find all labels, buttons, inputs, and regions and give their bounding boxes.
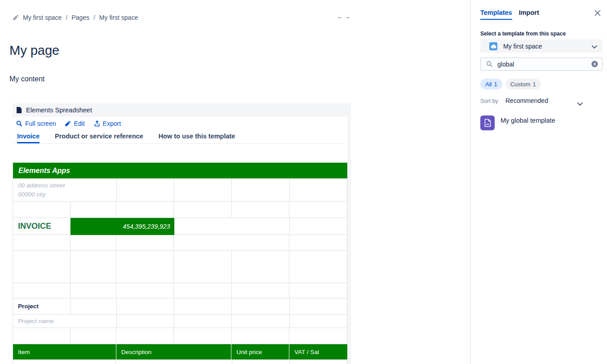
breadcrumb-item-parent[interactable]: My first space — [99, 14, 138, 21]
empty-cell[interactable] — [290, 315, 347, 328]
tab-templates[interactable]: Templates — [480, 9, 512, 20]
template-result-item[interactable]: My global template — [480, 115, 555, 130]
empty-cell[interactable] — [232, 251, 290, 283]
empty-cell[interactable] — [116, 202, 174, 218]
empty-cell[interactable] — [290, 218, 347, 235]
empty-cell[interactable] — [289, 328, 347, 344]
empty-cell[interactable] — [13, 283, 71, 298]
sidebar-tab-bar: Templates Import — [480, 9, 539, 20]
banner-cell[interactable]: Elements Apps — [13, 163, 347, 178]
empty-cell[interactable] — [232, 315, 289, 328]
chevron-down-icon[interactable] — [577, 99, 583, 107]
empty-cell[interactable] — [289, 235, 347, 251]
search-input[interactable] — [497, 61, 591, 68]
empty-cell[interactable] — [232, 298, 289, 315]
select-template-label: Select a template from this space — [480, 31, 566, 37]
sort-dropdown[interactable]: Recommended — [505, 97, 548, 104]
row-project-name: Project name — [13, 315, 347, 328]
tab-import[interactable]: Import — [519, 9, 539, 20]
empty-cell[interactable] — [174, 178, 232, 202]
spreadsheet-grid[interactable]: Elements Apps 00 address street 00000 ci… — [13, 163, 347, 364]
empty-cell[interactable] — [117, 315, 174, 328]
widget-title: Elements Spreadsheet — [26, 107, 92, 114]
empty-cell[interactable] — [232, 178, 289, 202]
filter-chip-custom[interactable]: Custom 1 — [505, 79, 541, 89]
filter-custom-count: 1 — [532, 81, 536, 88]
empty-cell[interactable] — [174, 283, 232, 298]
chevron-down-icon — [592, 42, 597, 50]
edit-button[interactable]: Edit — [65, 120, 84, 127]
empty-cell[interactable] — [13, 251, 71, 283]
empty-cell[interactable] — [71, 202, 116, 218]
header-description-cell[interactable]: Description — [116, 344, 232, 360]
clear-search-icon[interactable] — [591, 61, 598, 67]
full-screen-button[interactable]: Full screen — [16, 120, 56, 127]
empty-cell[interactable] — [174, 218, 289, 235]
close-icon[interactable] — [594, 9, 601, 18]
empty-cell[interactable] — [289, 283, 347, 298]
empty-cell[interactable] — [116, 283, 174, 298]
space-selector-dropdown[interactable]: My first space — [480, 40, 603, 53]
expand-width-button[interactable]: ← → — [337, 13, 350, 21]
empty-cell[interactable] — [116, 328, 174, 344]
empty-cell[interactable] — [13, 328, 71, 344]
filter-chips: All 1 Custom 1 — [480, 79, 541, 89]
empty-cell[interactable] — [174, 298, 232, 315]
empty-cell[interactable] — [290, 298, 347, 315]
space-avatar-icon — [489, 42, 497, 50]
pencil-icon — [13, 14, 19, 21]
breadcrumb-item-pages[interactable]: Pages — [71, 14, 89, 21]
filter-all-label: All — [485, 81, 492, 88]
header-unit-price-cell[interactable]: Unit price — [231, 344, 289, 360]
empty-cell[interactable] — [13, 235, 71, 251]
item-cell[interactable] — [13, 360, 116, 364]
empty-cell[interactable] — [116, 251, 174, 283]
project-label-cell[interactable]: Project — [13, 298, 71, 315]
empty-cell[interactable] — [232, 283, 290, 298]
empty-cell[interactable] — [117, 178, 174, 202]
empty-cell[interactable] — [289, 202, 347, 218]
vat-cell[interactable] — [290, 360, 347, 364]
row-invoice: INVOICE 454,395,239,923 — [13, 218, 347, 235]
empty-cell[interactable] — [174, 202, 232, 218]
empty-cell[interactable] — [117, 298, 174, 315]
row-banner: Elements Apps — [13, 163, 347, 178]
address-line2: 00000 city — [18, 190, 116, 199]
empty-cell[interactable] — [71, 283, 116, 298]
empty-cell[interactable] — [174, 328, 232, 344]
tab-product-reference[interactable]: Product or service reference — [55, 133, 143, 143]
unit-price-cell[interactable] — [232, 360, 290, 364]
empty-cell[interactable] — [290, 178, 347, 202]
empty-cell[interactable] — [289, 251, 347, 283]
empty-cell[interactable] — [71, 298, 117, 315]
empty-cell[interactable] — [71, 235, 116, 251]
page: My first space / Pages / My first space … — [0, 0, 607, 364]
header-item-cell[interactable]: Item — [13, 344, 116, 360]
project-name-cell[interactable]: Project name — [13, 315, 117, 328]
address-cell[interactable]: 00 address street 00000 city — [13, 178, 117, 202]
spreadsheet-widget: Elements Spreadsheet Full screen Edit — [13, 103, 351, 364]
empty-cell[interactable] — [232, 328, 290, 344]
row-empty — [13, 283, 347, 298]
export-button[interactable]: Export — [94, 120, 121, 127]
sort-by-label: Sort by — [480, 98, 498, 104]
empty-cell[interactable] — [71, 251, 116, 283]
breadcrumb-item-space[interactable]: My first space — [23, 14, 62, 21]
filter-chip-all[interactable]: All 1 — [480, 79, 502, 89]
row-project: Project — [13, 298, 347, 315]
empty-cell[interactable] — [174, 251, 232, 283]
empty-cell[interactable] — [116, 235, 174, 251]
invoice-label-cell[interactable]: INVOICE — [13, 218, 71, 235]
empty-cell[interactable] — [232, 202, 290, 218]
empty-cell[interactable] — [174, 315, 232, 328]
empty-cell[interactable] — [13, 202, 71, 218]
tab-invoice[interactable]: Invoice — [17, 133, 40, 143]
empty-cell[interactable] — [71, 328, 116, 344]
invoice-number-cell[interactable]: 454,395,239,923 — [71, 218, 174, 235]
empty-cell[interactable] — [174, 235, 289, 251]
widget-tab-bar: Invoice Product or service reference How… — [13, 130, 344, 144]
row-address: 00 address street 00000 city — [13, 178, 347, 202]
tab-how-to-use[interactable]: How to use this template — [159, 133, 235, 143]
description-cell[interactable]: Sample description for item 1 Tips: you … — [116, 360, 232, 364]
header-vat-cell[interactable]: VAT / Sal — [289, 344, 347, 360]
